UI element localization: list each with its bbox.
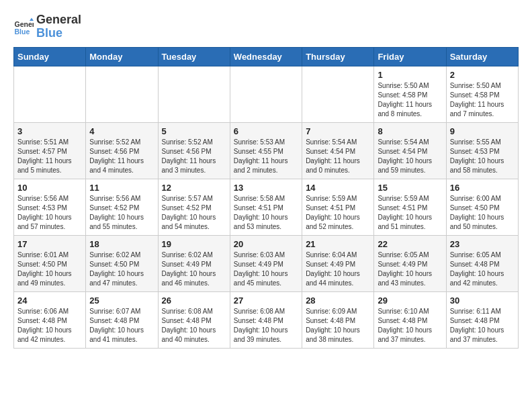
- day-info: Sunrise: 6:10 AM Sunset: 4:48 PM Dayligh…: [378, 307, 442, 345]
- day-number: 30: [450, 295, 515, 306]
- day-number: 23: [450, 239, 515, 249]
- day-number: 4: [89, 126, 154, 136]
- day-number: 16: [450, 183, 515, 193]
- day-number: 5: [162, 126, 226, 136]
- day-info: Sunrise: 5:59 AM Sunset: 4:51 PM Dayligh…: [378, 194, 442, 232]
- day-info: Sunrise: 5:56 AM Sunset: 4:52 PM Dayligh…: [89, 194, 154, 232]
- day-cell: 15Sunrise: 5:59 AM Sunset: 4:51 PM Dayli…: [374, 179, 446, 235]
- day-cell: [86, 66, 158, 122]
- calendar-table: SundayMondayTuesdayWednesdayThursdayFrid…: [13, 47, 519, 349]
- day-number: 2: [450, 70, 515, 80]
- day-number: 8: [378, 126, 442, 136]
- week-row-5: 24Sunrise: 6:06 AM Sunset: 4:48 PM Dayli…: [14, 291, 519, 348]
- day-info: Sunrise: 5:52 AM Sunset: 4:56 PM Dayligh…: [162, 138, 226, 175]
- day-number: 7: [306, 126, 370, 136]
- day-number: 9: [450, 126, 515, 136]
- day-number: 22: [378, 239, 442, 249]
- day-info: Sunrise: 6:11 AM Sunset: 4:48 PM Dayligh…: [450, 307, 515, 345]
- day-number: 14: [306, 183, 370, 193]
- svg-marker-2: [30, 17, 34, 21]
- day-info: Sunrise: 6:01 AM Sunset: 4:50 PM Dayligh…: [17, 250, 82, 288]
- day-cell: 3Sunrise: 5:51 AM Sunset: 4:57 PM Daylig…: [14, 122, 86, 179]
- day-cell: 18Sunrise: 6:02 AM Sunset: 4:50 PM Dayli…: [86, 235, 158, 291]
- calendar-body: 1Sunrise: 5:50 AM Sunset: 4:58 PM Daylig…: [14, 66, 519, 348]
- day-cell: 10Sunrise: 5:56 AM Sunset: 4:53 PM Dayli…: [14, 179, 86, 235]
- day-cell: 7Sunrise: 5:54 AM Sunset: 4:54 PM Daylig…: [302, 122, 374, 179]
- day-cell: 27Sunrise: 6:08 AM Sunset: 4:48 PM Dayli…: [230, 291, 302, 348]
- page-header: General Blue GeneralBlue: [13, 13, 519, 40]
- day-cell: 1Sunrise: 5:50 AM Sunset: 4:58 PM Daylig…: [374, 66, 446, 122]
- day-cell: [230, 66, 302, 122]
- day-info: Sunrise: 5:58 AM Sunset: 4:51 PM Dayligh…: [234, 194, 298, 232]
- logo-text: GeneralBlue: [36, 13, 81, 40]
- weekday-header-sunday: Sunday: [14, 47, 86, 66]
- day-number: 28: [306, 295, 370, 306]
- day-info: Sunrise: 6:06 AM Sunset: 4:48 PM Dayligh…: [17, 307, 82, 345]
- day-cell: 28Sunrise: 6:09 AM Sunset: 4:48 PM Dayli…: [302, 291, 374, 348]
- day-info: Sunrise: 5:56 AM Sunset: 4:53 PM Dayligh…: [17, 194, 82, 232]
- day-cell: [14, 66, 86, 122]
- day-cell: 6Sunrise: 5:53 AM Sunset: 4:55 PM Daylig…: [230, 122, 302, 179]
- day-number: 12: [162, 183, 226, 193]
- day-cell: 19Sunrise: 6:02 AM Sunset: 4:49 PM Dayli…: [158, 235, 230, 291]
- week-row-1: 1Sunrise: 5:50 AM Sunset: 4:58 PM Daylig…: [14, 66, 519, 122]
- day-info: Sunrise: 6:08 AM Sunset: 4:48 PM Dayligh…: [162, 307, 226, 345]
- day-cell: 4Sunrise: 5:52 AM Sunset: 4:56 PM Daylig…: [86, 122, 158, 179]
- day-cell: 26Sunrise: 6:08 AM Sunset: 4:48 PM Dayli…: [158, 291, 230, 348]
- day-number: 19: [162, 239, 226, 249]
- day-info: Sunrise: 5:50 AM Sunset: 4:58 PM Dayligh…: [450, 81, 515, 119]
- day-info: Sunrise: 5:54 AM Sunset: 4:54 PM Dayligh…: [378, 138, 442, 175]
- day-info: Sunrise: 5:57 AM Sunset: 4:52 PM Dayligh…: [162, 194, 226, 232]
- day-number: 6: [234, 126, 298, 136]
- day-cell: 23Sunrise: 6:05 AM Sunset: 4:48 PM Dayli…: [446, 235, 518, 291]
- day-cell: 17Sunrise: 6:01 AM Sunset: 4:50 PM Dayli…: [14, 235, 86, 291]
- day-info: Sunrise: 5:53 AM Sunset: 4:55 PM Dayligh…: [234, 138, 298, 175]
- day-cell: 11Sunrise: 5:56 AM Sunset: 4:52 PM Dayli…: [86, 179, 158, 235]
- day-cell: 9Sunrise: 5:55 AM Sunset: 4:53 PM Daylig…: [446, 122, 518, 179]
- logo-icon: General Blue: [13, 17, 34, 37]
- day-info: Sunrise: 6:02 AM Sunset: 4:49 PM Dayligh…: [162, 250, 226, 288]
- day-number: 27: [234, 295, 298, 306]
- day-number: 20: [234, 239, 298, 249]
- day-number: 11: [89, 183, 154, 193]
- day-cell: 2Sunrise: 5:50 AM Sunset: 4:58 PM Daylig…: [446, 66, 518, 122]
- day-cell: 16Sunrise: 6:00 AM Sunset: 4:50 PM Dayli…: [446, 179, 518, 235]
- day-info: Sunrise: 5:54 AM Sunset: 4:54 PM Dayligh…: [306, 138, 370, 175]
- weekday-header-thursday: Thursday: [302, 47, 374, 66]
- day-info: Sunrise: 5:52 AM Sunset: 4:56 PM Dayligh…: [89, 138, 154, 175]
- week-row-3: 10Sunrise: 5:56 AM Sunset: 4:53 PM Dayli…: [14, 179, 519, 235]
- weekday-header-wednesday: Wednesday: [230, 47, 302, 66]
- day-info: Sunrise: 5:50 AM Sunset: 4:58 PM Dayligh…: [378, 81, 442, 119]
- weekday-header-friday: Friday: [374, 47, 446, 66]
- day-cell: 13Sunrise: 5:58 AM Sunset: 4:51 PM Dayli…: [230, 179, 302, 235]
- day-cell: 29Sunrise: 6:10 AM Sunset: 4:48 PM Dayli…: [374, 291, 446, 348]
- day-info: Sunrise: 6:07 AM Sunset: 4:48 PM Dayligh…: [89, 307, 154, 345]
- day-cell: 21Sunrise: 6:04 AM Sunset: 4:49 PM Dayli…: [302, 235, 374, 291]
- day-number: 15: [378, 183, 442, 193]
- day-cell: 24Sunrise: 6:06 AM Sunset: 4:48 PM Dayli…: [14, 291, 86, 348]
- day-number: 17: [17, 239, 82, 249]
- day-cell: 12Sunrise: 5:57 AM Sunset: 4:52 PM Dayli…: [158, 179, 230, 235]
- day-number: 29: [378, 295, 442, 306]
- day-info: Sunrise: 6:05 AM Sunset: 4:49 PM Dayligh…: [378, 250, 442, 288]
- day-number: 10: [17, 183, 82, 193]
- day-cell: 30Sunrise: 6:11 AM Sunset: 4:48 PM Dayli…: [446, 291, 518, 348]
- day-number: 18: [89, 239, 154, 249]
- logo: General Blue GeneralBlue: [13, 13, 81, 40]
- day-number: 21: [306, 239, 370, 249]
- day-number: 1: [378, 70, 442, 80]
- day-cell: [158, 66, 230, 122]
- day-info: Sunrise: 6:03 AM Sunset: 4:49 PM Dayligh…: [234, 250, 298, 288]
- day-cell: 22Sunrise: 6:05 AM Sunset: 4:49 PM Dayli…: [374, 235, 446, 291]
- day-cell: 14Sunrise: 5:59 AM Sunset: 4:51 PM Dayli…: [302, 179, 374, 235]
- day-number: 13: [234, 183, 298, 193]
- day-info: Sunrise: 6:00 AM Sunset: 4:50 PM Dayligh…: [450, 194, 515, 232]
- weekday-header-tuesday: Tuesday: [158, 47, 230, 66]
- day-info: Sunrise: 5:59 AM Sunset: 4:51 PM Dayligh…: [306, 194, 370, 232]
- calendar-header: SundayMondayTuesdayWednesdayThursdayFrid…: [14, 47, 519, 66]
- day-info: Sunrise: 6:02 AM Sunset: 4:50 PM Dayligh…: [89, 250, 154, 288]
- day-cell: 5Sunrise: 5:52 AM Sunset: 4:56 PM Daylig…: [158, 122, 230, 179]
- week-row-4: 17Sunrise: 6:01 AM Sunset: 4:50 PM Dayli…: [14, 235, 519, 291]
- day-number: 24: [17, 295, 82, 306]
- weekday-header-monday: Monday: [86, 47, 158, 66]
